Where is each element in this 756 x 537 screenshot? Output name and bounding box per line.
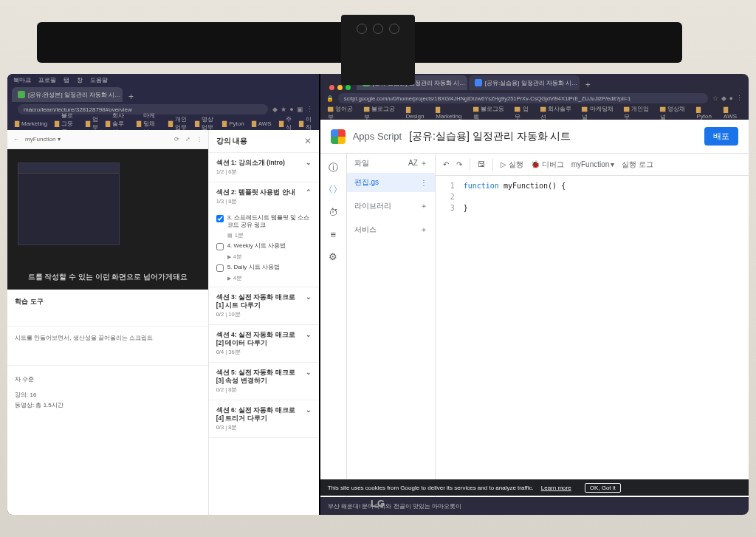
header-dropdown[interactable]: myFunction ▾ bbox=[25, 136, 61, 143]
section-header[interactable]: 섹션 4: 실전 자동화 매크로 [2] 데이터 다루기 0/4 | 36분 ⌄ bbox=[209, 325, 319, 362]
add-file-icon[interactable]: ＋ bbox=[420, 159, 427, 167]
bookmark-folder[interactable]: ▇ Design bbox=[406, 106, 429, 120]
section-header[interactable]: 섹션 2: 템플릿 사용법 안내 1/3 | 8분 ⌃ bbox=[209, 182, 319, 211]
function-selector[interactable]: myFunction ▾ bbox=[571, 160, 615, 168]
tools-label: 학습 도구 bbox=[15, 297, 201, 307]
bookmark-folder[interactable]: ▇ Pyton bbox=[696, 106, 716, 120]
menu-item[interactable]: 창 bbox=[77, 76, 83, 84]
bookmark-folder[interactable]: ▇ AWS bbox=[724, 106, 741, 120]
menu-item[interactable]: 프로필 bbox=[38, 76, 56, 84]
line-gutter: 123 bbox=[436, 176, 461, 515]
file-menu-icon[interactable]: ⋮ bbox=[420, 179, 427, 187]
close-icon[interactable]: ✕ bbox=[304, 136, 312, 146]
menu-item[interactable]: 도움말 bbox=[90, 76, 108, 84]
bookmark-folder[interactable]: ▇ Marketing bbox=[436, 106, 465, 120]
section-header[interactable]: 섹션 5: 실전 자동화 매크로 [3] 속성 변경하기 0/2 | 8분 ⌄ bbox=[209, 363, 319, 400]
execution-log-button[interactable]: 실행 로그 bbox=[622, 160, 653, 170]
code-editor[interactable]: 123 function myFunction() { } bbox=[436, 176, 749, 515]
header-icon[interactable]: ⋮ bbox=[196, 136, 202, 143]
cookie-banner: This site uses cookies from Google to de… bbox=[320, 479, 749, 496]
brand-name: Apps Script bbox=[353, 131, 402, 142]
bookmark-folder[interactable]: ▇ 개인업무 bbox=[624, 106, 653, 120]
bookmark-folder[interactable]: ▇영상업무 bbox=[195, 115, 215, 131]
lesson-item[interactable]: 4. Weekly 시트 사용법 bbox=[213, 239, 315, 253]
bookmark-folder[interactable]: ▇업무 bbox=[86, 115, 98, 131]
lock-icon: 🔒 bbox=[326, 95, 334, 102]
bookmark-folder[interactable]: ▇Marketing bbox=[15, 120, 47, 127]
new-tab-button[interactable]: + bbox=[124, 92, 138, 102]
section-header[interactable]: 섹션 3: 실전 자동화 매크로 [1] 시트 다루기 0/2 | 10분 ⌄ bbox=[209, 287, 319, 324]
bookmark-folder[interactable]: ▇ 블로그등록 bbox=[473, 106, 508, 120]
bookmark-folder[interactable]: ▇ 회사솔루션 bbox=[540, 106, 575, 120]
sort-icon[interactable]: AZ bbox=[408, 159, 418, 167]
redo-icon[interactable]: ↷ bbox=[456, 160, 462, 168]
bookmark-folder[interactable]: ▇주식 bbox=[279, 115, 292, 131]
bookmark-folder[interactable]: ▇ 영상채널 bbox=[660, 106, 689, 120]
lesson-checkbox[interactable] bbox=[216, 215, 224, 222]
bookmark-bar: ▇ 영어공부 ▇ 블로그공부 ▇ Design ▇ Marketing ▇ 블로… bbox=[320, 106, 749, 120]
settings-icon[interactable]: ⚙ bbox=[326, 250, 340, 263]
section-header[interactable]: 섹션 1: 강의소개 (Intro) 1/2 | 6분 ⌄ bbox=[209, 153, 319, 182]
bookmark-folder[interactable]: ▇ 블로그공부 bbox=[364, 106, 399, 120]
extension-icon[interactable]: ▣ bbox=[297, 106, 303, 113]
left-browser-window: 북마크 프로필 탭 창 도움말 [공유:완성본] 일정관리 자동화 시… + m… bbox=[7, 74, 319, 515]
file-item[interactable]: 편집.gs ⋮ bbox=[347, 173, 435, 192]
play-icon: ▶ bbox=[227, 254, 231, 260]
extension-icon[interactable]: ● bbox=[729, 95, 733, 102]
triggers-icon[interactable]: ⏱ bbox=[326, 205, 340, 219]
extension-icon[interactable]: ● bbox=[289, 106, 293, 113]
browser-tab[interactable]: [공유:실습용] 일정관리 자동화 시…× bbox=[469, 75, 580, 90]
section-header[interactable]: 섹션 6: 실전 자동화 매크로 [4] 트리거 다루기 0/3 | 8분 ⌄ bbox=[209, 400, 319, 437]
code-content[interactable]: function myFunction() { } bbox=[461, 176, 749, 515]
chevron-down-icon: ⌄ bbox=[306, 331, 312, 340]
video-player[interactable]: 트를 작성할 수 있는 이런 화면으로 넘어가게돼요 bbox=[7, 149, 208, 290]
window-controls[interactable] bbox=[325, 85, 355, 90]
header-icon[interactable]: ⟳ bbox=[174, 136, 179, 143]
section-title: 섹션 4: 실전 자동화 매크로 [2] 데이터 다루기 bbox=[216, 331, 303, 347]
lesson-checkbox[interactable] bbox=[216, 243, 224, 250]
files-panel: 파일 AZ ＋ 편집.gs ⋮ 라이브러리 ＋ 서비스 bbox=[347, 154, 436, 515]
learn-more-link[interactable]: Learn more bbox=[541, 485, 571, 491]
extension-icon[interactable]: ☆ bbox=[712, 95, 718, 102]
undo-icon[interactable]: ↶ bbox=[443, 160, 449, 168]
bookmark-folder[interactable]: ▇ 마케팅채널 bbox=[582, 106, 616, 120]
add-service-icon[interactable]: ＋ bbox=[420, 225, 427, 235]
chevron-down-icon: ⌄ bbox=[306, 293, 312, 302]
executions-icon[interactable]: ≡ bbox=[326, 228, 340, 241]
section-progress: 0/2 | 10분 bbox=[216, 311, 303, 318]
extension-icon[interactable]: ★ bbox=[281, 106, 286, 113]
save-icon[interactable]: 🖫 bbox=[478, 160, 485, 168]
menu-icon[interactable]: ⋮ bbox=[306, 106, 313, 113]
debug-button[interactable]: 🐞 디버그 bbox=[531, 160, 564, 170]
browser-tab[interactable]: [공유:완성본] 일정관리 자동화 시… bbox=[12, 87, 123, 102]
section-progress: 0/3 | 8분 bbox=[216, 424, 303, 431]
lesson-title: 3. 스프레드시트 템플릿 및 소스코드 공유 링크 bbox=[227, 214, 312, 230]
bookmark-folder[interactable]: ▇AWS bbox=[252, 120, 272, 127]
overview-icon[interactable]: ⓘ bbox=[326, 161, 340, 174]
menu-item[interactable]: 탭 bbox=[63, 76, 69, 84]
address-input[interactable]: script.google.com/u/0/home/projects/1BXG… bbox=[338, 93, 708, 103]
bookmark-folder[interactable]: ▇ 영어공부 bbox=[328, 106, 357, 120]
menu-item[interactable]: 북마크 bbox=[13, 76, 31, 84]
run-button[interactable]: ▷ 실행 bbox=[501, 160, 523, 170]
extension-icon[interactable]: ◆ bbox=[721, 95, 726, 102]
lesson-item[interactable]: 5. Daily 시트 사용법 bbox=[213, 261, 315, 275]
menu-icon[interactable]: ⋮ bbox=[736, 95, 743, 102]
cookie-ok-button[interactable]: OK, Got it bbox=[585, 483, 621, 493]
editor-icon[interactable]: 〈〉 bbox=[326, 183, 340, 196]
lesson-item[interactable]: 3. 스프레드시트 템플릿 및 소스코드 공유 링크 bbox=[213, 211, 315, 233]
project-title[interactable]: [공유:실습용] 일정관리 자동화 시트 bbox=[409, 130, 571, 143]
bookmark-folder[interactable]: ▇이직 bbox=[299, 115, 312, 131]
new-tab-button[interactable]: + bbox=[581, 80, 595, 90]
deploy-button[interactable]: 배포 bbox=[704, 127, 738, 146]
header-icon[interactable]: ⤢ bbox=[185, 136, 190, 143]
course-blurb: 시트를 만들어보면서, 생산성을 끌어올리는 스크립트 bbox=[15, 334, 201, 343]
back-icon[interactable]: ← bbox=[13, 136, 19, 143]
extension-icon[interactable]: ◆ bbox=[272, 106, 278, 113]
bookmark-folder[interactable]: ▇ 업무 bbox=[515, 106, 532, 120]
bookmark-folder[interactable]: ▇Pyton bbox=[222, 120, 244, 127]
add-library-icon[interactable]: ＋ bbox=[420, 201, 427, 211]
lesson-checkbox[interactable] bbox=[216, 264, 224, 272]
bookmark-folder[interactable]: ▇개인업무 bbox=[168, 115, 188, 131]
mac-menubar: 북마크 프로필 탭 창 도움말 bbox=[7, 74, 319, 86]
